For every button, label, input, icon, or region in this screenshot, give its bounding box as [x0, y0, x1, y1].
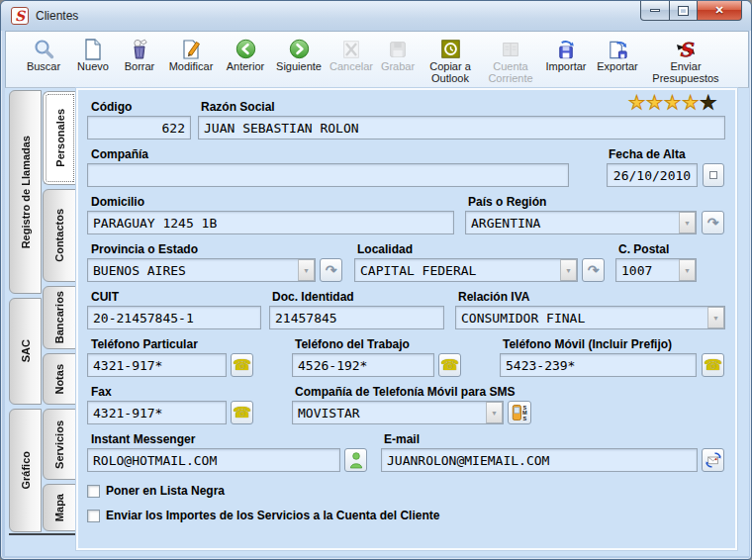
- enviar-importes-label: Enviar los Importes de los Servicios a l…: [106, 509, 439, 522]
- doc-identidad-field[interactable]: [269, 306, 444, 329]
- calendar-icon: [709, 171, 717, 179]
- tab-personales[interactable]: Personales: [43, 91, 77, 185]
- export-icon: [607, 37, 629, 61]
- provincia-jump-button[interactable]: ↷: [320, 258, 342, 282]
- dropdown-arrow-icon[interactable]: ▼: [560, 259, 577, 281]
- star-icon[interactable]: [700, 93, 716, 112]
- main-area: Registro de Llamadas SAC Gráfico Persona…: [5, 88, 749, 556]
- send-sms-button[interactable]: SMS: [508, 401, 531, 424]
- maximize-button[interactable]: [670, 1, 698, 21]
- compania-field[interactable]: [87, 163, 569, 187]
- star-icon[interactable]: [646, 93, 663, 112]
- pais-jump-button[interactable]: ↷: [702, 211, 724, 234]
- lista-negra-label: Poner en Lista Negra: [106, 484, 225, 498]
- delete-button[interactable]: Borrar: [117, 37, 162, 73]
- tel-movil-label: Teléfono Móvil (Incluir Prefijo): [503, 337, 672, 351]
- enviar-importes-checkbox[interactable]: [87, 510, 100, 522]
- dial-particular-button[interactable]: ☎: [231, 353, 253, 377]
- tab-notas[interactable]: Notas: [43, 353, 76, 405]
- edit-icon: [180, 37, 203, 61]
- email-field[interactable]: [381, 448, 698, 472]
- close-button[interactable]: ✕: [698, 1, 742, 21]
- search-icon: [32, 37, 55, 61]
- tel-particular-label: Teléfono Particular: [91, 337, 198, 351]
- next-button[interactable]: Siguiente: [271, 37, 327, 73]
- tel-trabajo-field[interactable]: [292, 353, 434, 377]
- import-button[interactable]: Importar: [540, 37, 592, 73]
- phone-icon: ☎: [233, 356, 251, 374]
- save-icon: [387, 37, 409, 61]
- tab-bancarios[interactable]: Bancarios: [43, 286, 76, 349]
- tab-grafico[interactable]: Gráfico: [9, 409, 42, 532]
- app-window: S Clientes ✕ Buscar Nuevo Borrar Modific…: [0, 0, 752, 560]
- relacion-iva-combobox[interactable]: [455, 306, 725, 329]
- tel-movil-field[interactable]: [500, 353, 697, 377]
- phone-icon: ☎: [704, 356, 722, 374]
- star-icon[interactable]: [628, 93, 645, 112]
- account-button[interactable]: Cuenta Corriente: [481, 37, 540, 84]
- search-button[interactable]: Buscar: [18, 37, 69, 73]
- localidad-combobox[interactable]: [354, 258, 578, 282]
- save-button[interactable]: Grabar: [376, 37, 420, 73]
- pais-combobox[interactable]: [465, 211, 697, 234]
- fax-field[interactable]: [87, 401, 227, 424]
- phone-icon: ☎: [233, 404, 251, 421]
- svg-text:S: S: [522, 416, 526, 421]
- pais-label: País o Región: [468, 195, 546, 209]
- domicilio-field[interactable]: [87, 211, 454, 234]
- razon-social-field[interactable]: [198, 116, 725, 140]
- toolbar: Buscar Nuevo Borrar Modificar Anterior S…: [5, 31, 749, 88]
- export-button[interactable]: Exportar: [592, 37, 643, 73]
- cancel-button[interactable]: Cancelar: [327, 37, 376, 73]
- dial-movil-button[interactable]: ☎: [702, 353, 724, 377]
- import-icon: [555, 37, 578, 61]
- im-field[interactable]: [87, 448, 340, 472]
- cuit-field[interactable]: [87, 306, 261, 329]
- razon-social-label: Razón Social: [201, 100, 275, 114]
- tab-contactos[interactable]: Contactos: [43, 189, 76, 282]
- minimize-button[interactable]: [640, 1, 670, 21]
- cia-sms-label: Compañía de Telefonía Móvil para SMS: [295, 385, 516, 399]
- email-label: E-mail: [384, 432, 420, 446]
- relacion-iva-label: Relación IVA: [458, 290, 529, 304]
- localidad-label: Localidad: [357, 242, 413, 256]
- previous-icon: [235, 37, 257, 61]
- dropdown-arrow-icon[interactable]: ▼: [486, 402, 503, 423]
- tel-particular-field[interactable]: [87, 353, 227, 377]
- dropdown-arrow-icon[interactable]: ▼: [298, 259, 315, 281]
- dropdown-arrow-icon[interactable]: ▼: [707, 307, 724, 328]
- calendar-button[interactable]: [703, 163, 724, 187]
- star-icon[interactable]: [664, 93, 681, 112]
- previous-button[interactable]: Anterior: [220, 37, 271, 73]
- jump-arrow-icon: ↷: [326, 262, 337, 278]
- titlebar[interactable]: S Clientes ✕: [1, 1, 751, 31]
- im-contact-button[interactable]: [344, 448, 367, 472]
- localidad-jump-button[interactable]: ↷: [582, 258, 605, 282]
- next-icon: [288, 37, 311, 61]
- send-email-button[interactable]: [702, 448, 724, 472]
- dropdown-arrow-icon[interactable]: ▼: [679, 212, 696, 233]
- phone-icon: ☎: [440, 356, 459, 374]
- domicilio-label: Domicilio: [91, 195, 144, 209]
- tab-strip-baseline: [9, 533, 77, 535]
- send-budgets-button[interactable]: S Enviar Presupuestos: [643, 37, 728, 84]
- provincia-label: Provincia o Estado: [91, 242, 198, 256]
- dial-fax-button[interactable]: ☎: [231, 401, 253, 424]
- personales-panel: Código Razón Social Compañía Fecha de Al…: [76, 88, 737, 550]
- dial-trabajo-button[interactable]: ☎: [438, 353, 461, 377]
- fecha-alta-field[interactable]: [607, 163, 698, 187]
- tab-servicios[interactable]: Servicios: [43, 409, 76, 480]
- cia-sms-combobox[interactable]: [292, 401, 504, 424]
- provincia-combobox[interactable]: [87, 258, 316, 282]
- modify-button[interactable]: Modificar: [162, 37, 220, 73]
- tab-sac[interactable]: SAC: [9, 298, 42, 405]
- new-button[interactable]: Nuevo: [69, 37, 117, 73]
- rating-stars[interactable]: [628, 93, 716, 112]
- tab-registro-de-llamadas[interactable]: Registro de Llamadas: [9, 90, 42, 294]
- dropdown-arrow-icon[interactable]: ▼: [679, 259, 696, 281]
- codigo-field[interactable]: [87, 116, 191, 140]
- star-icon[interactable]: [682, 93, 699, 112]
- lista-negra-checkbox[interactable]: [87, 485, 100, 498]
- tab-mapa[interactable]: Mapa: [43, 484, 76, 531]
- copy-to-outlook-button[interactable]: Copiar a Outlook: [420, 37, 481, 84]
